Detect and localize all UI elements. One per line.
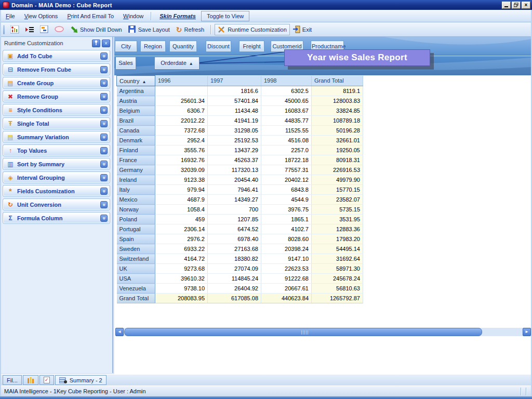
value-cell[interactable]: 2257.0 [261, 145, 312, 155]
value-cell[interactable]: 11525.55 [261, 126, 312, 136]
row-header-cell[interactable]: Germany [117, 165, 155, 175]
row-header-cell[interactable]: Sweden [117, 244, 155, 254]
tab-chart[interactable] [23, 375, 38, 385]
menu-skin-formats[interactable]: Skin Formats [154, 11, 201, 21]
grand-total-cell[interactable]: 56810.63 [312, 284, 363, 294]
row-header-cell[interactable]: Denmark [117, 136, 155, 145]
toggle-to-view-button[interactable]: Toggle to View [201, 11, 249, 21]
tab-summary[interactable]: Summary - 2 [55, 375, 107, 385]
grand-total-cell[interactable]: 5735.15 [312, 205, 363, 215]
value-cell[interactable]: 2952.4 [155, 136, 208, 145]
value-cell[interactable]: 3555.76 [155, 145, 208, 155]
menu-print-and-email-to[interactable]: Print And Email To [62, 11, 118, 21]
grand-total-cell[interactable]: 128003.83 [312, 96, 363, 106]
row-header-cell[interactable]: Venezuela [117, 284, 155, 294]
value-cell[interactable]: 45263.37 [208, 155, 261, 165]
sidebar-item[interactable]: * Fields Customization » [3, 185, 110, 196]
value-cell[interactable]: 25192.53 [208, 136, 261, 145]
value-cell[interactable]: 2976.2 [155, 234, 208, 244]
value-cell[interactable]: 4102.7 [261, 224, 312, 234]
menu-file[interactable]: File [1, 11, 20, 21]
grand-total-cell[interactable]: 50196.28 [312, 126, 363, 136]
value-cell[interactable]: 4544.9 [261, 195, 312, 205]
row-header-cell[interactable]: USA [117, 274, 155, 284]
value-cell[interactable]: 6933.22 [155, 244, 208, 254]
value-cell[interactable]: 13437.29 [208, 145, 261, 155]
resize-grip[interactable] [526, 388, 527, 395]
grand-total-cell[interactable]: 17983.20 [312, 234, 363, 244]
value-cell[interactable]: 45000.65 [261, 96, 312, 106]
value-cell[interactable]: 4516.08 [261, 136, 312, 145]
chevron-double-down-icon[interactable]: » [100, 120, 108, 127]
grand-total-cell[interactable]: 226916.53 [312, 165, 363, 175]
row-header-cell[interactable]: Argentina [117, 86, 155, 96]
save-layout-button[interactable]: Save Layout [125, 23, 173, 35]
value-cell[interactable] [155, 86, 208, 96]
value-cell[interactable]: 6302.5 [261, 86, 312, 96]
grand-total-cell[interactable]: 108789.18 [312, 116, 363, 126]
scroll-left-button[interactable]: ◄ [115, 328, 124, 336]
grand-total-cell[interactable]: 12883.36 [312, 224, 363, 234]
value-cell[interactable]: 9738.10 [155, 284, 208, 294]
value-cell[interactable]: 617085.08 [208, 294, 261, 303]
exit-button[interactable]: Exit [290, 23, 315, 35]
sidebar-item[interactable]: ▥ Sort by Summary » [3, 158, 110, 169]
value-cell[interactable]: 114845.24 [208, 274, 261, 284]
sidebar-item[interactable]: ↑ Top Values » [3, 145, 110, 156]
value-cell[interactable]: 16083.67 [261, 106, 312, 116]
column-header[interactable]: 1998 [261, 76, 312, 86]
value-cell[interactable]: 18722.18 [261, 155, 312, 165]
value-cell[interactable]: 32039.09 [155, 165, 208, 175]
grand-total-cell[interactable]: 8119.1 [312, 86, 363, 96]
chevron-double-down-icon[interactable]: » [100, 93, 108, 100]
value-cell[interactable]: 1058.4 [155, 205, 208, 215]
grand-total-cell[interactable]: 1265792.87 [312, 294, 363, 303]
row-header-cell[interactable]: Mexico [117, 195, 155, 205]
value-cell[interactable]: 2306.14 [155, 224, 208, 234]
value-cell[interactable]: 20667.61 [261, 284, 312, 294]
menu-window[interactable]: Window [118, 11, 148, 21]
grand-total-cell[interactable]: 80918.31 [312, 155, 363, 165]
value-cell[interactable]: 459 [155, 215, 208, 224]
pivot-button-orderdate[interactable]: Orderdate▲ [155, 57, 199, 69]
sidebar-item[interactable]: Ŧ Single Total » [3, 118, 110, 129]
sidebar-item[interactable]: ◈ Interval Grouping » [3, 172, 110, 183]
measure-button-sales[interactable]: Sales [116, 57, 136, 69]
minimize-button[interactable] [502, 2, 511, 9]
value-cell[interactable]: 9147.10 [261, 254, 312, 264]
value-cell[interactable]: 117320.13 [208, 165, 261, 175]
row-header-cell[interactable]: Grand Total [117, 294, 155, 303]
grand-total-cell[interactable]: 31692.64 [312, 254, 363, 264]
scrollbar-thumb[interactable] [124, 328, 482, 336]
chevron-double-down-icon[interactable]: » [100, 79, 108, 87]
dimension-field-button[interactable]: Discount [206, 41, 231, 51]
value-cell[interactable]: 208083.95 [155, 294, 208, 303]
column-header[interactable]: 1996 [155, 76, 208, 86]
value-cell[interactable]: 1207.85 [208, 215, 261, 224]
chevron-double-down-icon[interactable]: » [100, 161, 108, 168]
value-cell[interactable]: 1865.1 [261, 215, 312, 224]
report-view-button[interactable] [7, 23, 22, 36]
pin-button[interactable] [92, 39, 100, 47]
chevron-double-down-icon[interactable]: » [100, 107, 108, 114]
sidebar-item[interactable]: ✖ Remove Group » [3, 91, 110, 102]
runtime-customization-button[interactable]: Runtime Customization [215, 24, 290, 35]
value-cell[interactable]: 20454.40 [208, 175, 261, 185]
grand-total-cell[interactable]: 33824.85 [312, 106, 363, 116]
value-cell[interactable]: 39610.32 [155, 274, 208, 284]
row-header-cell[interactable]: Poland [117, 215, 155, 224]
value-cell[interactable]: 6306.7 [155, 106, 208, 116]
row-header-cell[interactable]: Belgium [117, 106, 155, 116]
grand-total-cell[interactable]: 32661.01 [312, 136, 363, 145]
column-header[interactable]: 1997 [208, 76, 261, 86]
value-cell[interactable]: 41941.19 [208, 116, 261, 126]
sidebar-item[interactable]: ⊟ Remove From Cube » [3, 64, 110, 75]
scroll-right-button[interactable]: ► [523, 328, 531, 336]
dimension-field-button[interactable]: Quantity [170, 41, 196, 51]
show-drill-down-button[interactable]: Show Drill Down [67, 23, 125, 35]
row-header-cell[interactable]: Ireland [117, 175, 155, 185]
value-cell[interactable]: 22623.53 [261, 264, 312, 274]
sidebar-item[interactable]: ↻ Unit Conversion » [3, 199, 110, 210]
sidebar-item[interactable]: ▤ Create Group » [3, 77, 110, 88]
value-cell[interactable]: 20398.24 [261, 244, 312, 254]
